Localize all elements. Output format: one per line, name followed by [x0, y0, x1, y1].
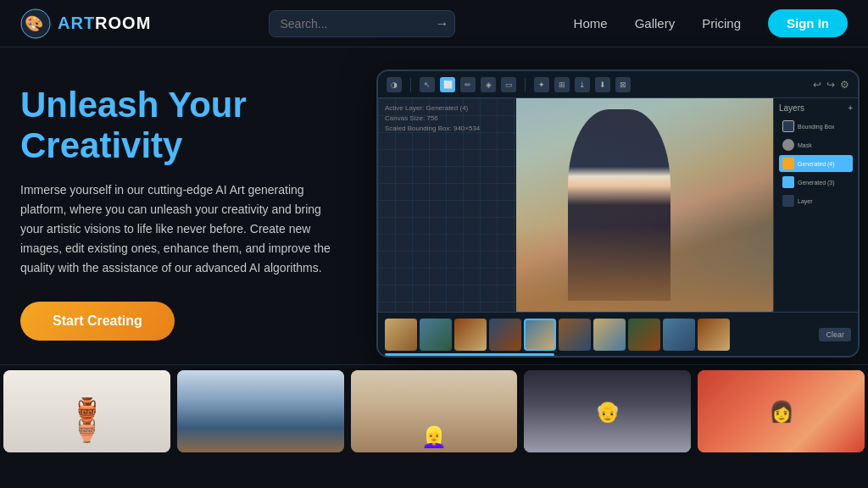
search-input[interactable]	[280, 17, 428, 30]
layer-generated-4[interactable]: Generated (4)	[779, 155, 853, 172]
layer-bounding-box[interactable]: Bounding Box	[779, 118, 853, 135]
gallery-strip: 🏺 👱‍♀️ 👴 👩	[0, 364, 868, 458]
select-tool[interactable]: ⬜	[440, 77, 455, 92]
canvas-image	[516, 98, 773, 312]
paint-tool[interactable]: ✏	[460, 77, 476, 92]
gallery-item-5[interactable]: 👩	[698, 370, 865, 452]
export-tool[interactable]: ⬇	[595, 77, 610, 92]
layer-thumb-mask	[782, 139, 794, 151]
settings-icon[interactable]: ⚙	[840, 79, 849, 91]
filmstrip-thumb-9[interactable]	[663, 319, 695, 351]
canvas-info: Active Layer: Generated (4) Canvas Size:…	[385, 103, 480, 134]
gallery-thumb-image-4: 👴	[524, 370, 691, 452]
nav-home[interactable]: Home	[574, 16, 608, 30]
editor-toolbar: ◑ ↖ ⬜ ✏ ◈ ▭ ✦ ⊞ ⤓ ⬇ ⊠ ↩ ↪ ⚙	[378, 71, 858, 98]
layer-thumb	[782, 120, 794, 132]
nav-gallery[interactable]: Gallery	[635, 16, 676, 30]
gallery-thumb-image-1: 🏺	[3, 370, 170, 452]
hero-title: Unleash Your Creativity	[20, 85, 376, 167]
gallery-item-2[interactable]	[177, 370, 344, 452]
shape-tool[interactable]: ▭	[501, 77, 516, 92]
signin-button[interactable]: Sign In	[768, 9, 848, 37]
search-button[interactable]: →	[435, 16, 448, 31]
svg-text:🎨: 🎨	[25, 14, 44, 33]
search-bar[interactable]: →	[269, 10, 455, 37]
layer-base[interactable]: Layer	[779, 192, 853, 209]
hero-right: ◑ ↖ ⬜ ✏ ◈ ▭ ✦ ⊞ ⤓ ⬇ ⊠ ↩ ↪ ⚙	[376, 69, 860, 358]
filmstrip-thumb-5[interactable]	[524, 319, 556, 351]
brightness-tool[interactable]: ◑	[387, 77, 402, 92]
layer-mask[interactable]: Mask	[779, 136, 853, 153]
cursor-tool[interactable]: ↖	[420, 77, 435, 92]
grid-tool[interactable]: ⊞	[554, 77, 570, 92]
nav-links: Home Gallery Pricing Sign In	[574, 9, 848, 37]
logo-icon: 🎨	[20, 8, 51, 39]
filmstrip-thumb-4[interactable]	[489, 319, 521, 351]
canvas-area[interactable]: Active Layer: Generated (4) Canvas Size:…	[378, 98, 773, 312]
layers-panel: Layers + Bounding Box Mask Generated (4)	[773, 98, 858, 312]
gallery-item-4[interactable]: 👴	[524, 370, 691, 452]
layer-thumb-base	[782, 195, 794, 207]
gallery-thumb-image-2	[177, 370, 344, 452]
gallery-thumb-image-5: 👩	[698, 370, 865, 452]
redo-button[interactable]: ↪	[826, 79, 835, 91]
filmstrip-thumb-3[interactable]	[454, 319, 487, 351]
hero-left: Unleash Your Creativity Immerse yourself…	[20, 78, 376, 341]
layer-thumb-generated	[782, 158, 794, 169]
delete-tool[interactable]: ⊠	[615, 77, 631, 92]
download-tool[interactable]: ⤓	[575, 77, 590, 92]
move-tool[interactable]: ✦	[534, 77, 549, 92]
fill-tool[interactable]: ◈	[481, 77, 496, 92]
gallery-item-1[interactable]: 🏺	[3, 370, 170, 452]
hero-description: Immerse yourself in our cutting-edge AI …	[20, 180, 342, 278]
hero-section: Unleash Your Creativity Immerse yourself…	[0, 47, 868, 358]
editor-body: Active Layer: Generated (4) Canvas Size:…	[378, 98, 858, 312]
layer-generated-3[interactable]: Generated (3)	[779, 174, 853, 191]
gallery-item-3[interactable]: 👱‍♀️	[351, 370, 518, 452]
layers-title: Layers +	[779, 103, 853, 113]
nav-pricing[interactable]: Pricing	[702, 16, 741, 30]
tool-separator	[410, 78, 411, 92]
filmstrip-thumb-1[interactable]	[385, 319, 417, 351]
filmstrip-thumb-2[interactable]	[420, 319, 452, 351]
filmstrip-progress	[385, 353, 554, 356]
layer-thumb-3	[782, 176, 794, 188]
gallery-thumb-image-3: 👱‍♀️	[351, 370, 518, 452]
toolbar-right: ↩ ↪ ⚙	[813, 79, 849, 91]
navigation: 🎨 ARTROOM → Home Gallery Pricing Sign In	[0, 0, 868, 47]
logo: 🎨 ARTROOM	[20, 8, 151, 39]
filmstrip: Clear	[378, 312, 858, 356]
start-creating-button[interactable]: Start Creating	[20, 302, 175, 341]
filmstrip-thumb-6[interactable]	[559, 319, 591, 351]
filmstrip-thumb-7[interactable]	[593, 319, 626, 351]
filmstrip-thumb-8[interactable]	[628, 319, 660, 351]
undo-button[interactable]: ↩	[813, 79, 821, 91]
logo-text: ARTROOM	[58, 14, 151, 33]
filmstrip-thumb-10[interactable]	[698, 319, 730, 351]
tool-separator-2	[525, 78, 526, 92]
editor-mockup: ◑ ↖ ⬜ ✏ ◈ ▭ ✦ ⊞ ⤓ ⬇ ⊠ ↩ ↪ ⚙	[376, 69, 860, 358]
add-layer-button[interactable]: +	[848, 103, 853, 113]
filmstrip-clear-button[interactable]: Clear	[819, 328, 851, 341]
